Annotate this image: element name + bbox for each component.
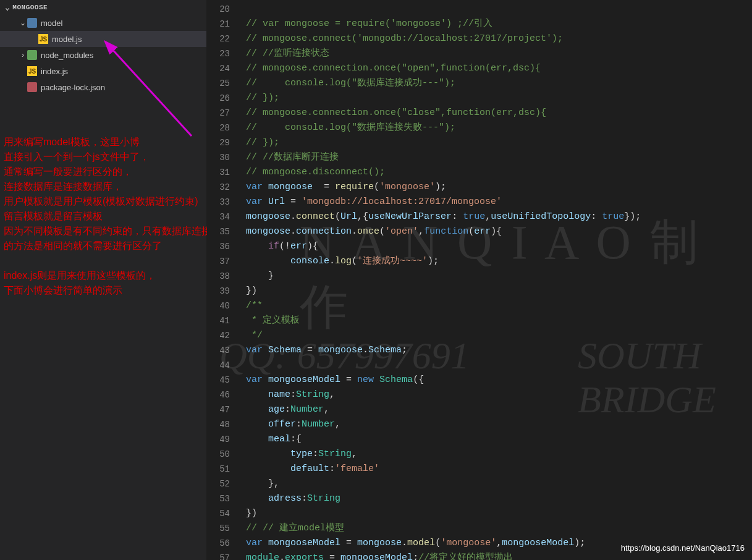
line-number: 23: [207, 46, 230, 61]
line-number: 25: [207, 76, 230, 91]
line-number: 30: [207, 150, 230, 165]
code-line[interactable]: var Schema = mongoose.Schema;: [246, 343, 752, 358]
code-line[interactable]: offer:Number,: [246, 417, 752, 432]
code-line[interactable]: if(!err){: [246, 239, 752, 254]
code-line[interactable]: // var mongoose = require('mongoose') ;/…: [246, 17, 752, 32]
code-line[interactable]: meal:{: [246, 432, 752, 447]
code-line[interactable]: mongoose.connect(Url,{useNewUrlParser: t…: [246, 210, 752, 224]
line-number: 31: [207, 165, 230, 180]
code-line[interactable]: // mongoose.connect('mongodb://localhost…: [246, 32, 752, 46]
code-line[interactable]: var mongoose = require('mongoose');: [246, 180, 752, 195]
line-number: 41: [207, 313, 230, 328]
tree-item-model[interactable]: ⌄model: [0, 15, 206, 31]
tree-item-label: model: [41, 19, 62, 28]
tree-item-model-js[interactable]: JSmodel.js: [0, 31, 206, 47]
line-number: 33: [207, 195, 230, 210]
code-line[interactable]: }): [246, 284, 752, 299]
tree-item-package-lock-json[interactable]: package-lock.json: [0, 79, 206, 95]
json-file-icon: [27, 82, 37, 92]
line-number: 22: [207, 32, 230, 46]
line-number: 32: [207, 180, 230, 195]
code-line[interactable]: */: [246, 328, 752, 343]
tree-item-index-js[interactable]: JSindex.js: [0, 63, 206, 79]
code-line[interactable]: var mongooseModel = new Schema({: [246, 373, 752, 388]
line-number: 34: [207, 210, 230, 224]
line-number: 48: [207, 417, 230, 432]
code-line[interactable]: // // 建立model模型: [246, 521, 752, 536]
line-number: 44: [207, 358, 230, 373]
line-number: 54: [207, 506, 230, 521]
line-number: 36: [207, 239, 230, 254]
code-area[interactable]: // var mongoose = require('mongoose') ;/…: [241, 0, 752, 560]
editor-pane[interactable]: 2021222324252627282930313233343536373839…: [207, 0, 752, 560]
chevron-right-icon: ›: [19, 51, 27, 59]
code-line[interactable]: console.log('连接成功~~~~');: [246, 254, 752, 269]
tree-item-node-modules[interactable]: ›node_modules: [0, 47, 206, 63]
code-line[interactable]: },: [246, 477, 752, 491]
code-line[interactable]: }: [246, 269, 752, 284]
code-line[interactable]: // mongoose.connection.once("open",funct…: [246, 61, 752, 76]
line-number: 45: [207, 373, 230, 388]
line-number: 27: [207, 106, 230, 121]
line-number: 38: [207, 269, 230, 284]
line-number: 47: [207, 402, 230, 417]
code-line[interactable]: // //数据库断开连接: [246, 150, 752, 165]
line-number: 37: [207, 254, 230, 269]
code-line[interactable]: [246, 2, 752, 17]
code-line[interactable]: // console.log("数据库连接成功---");: [246, 76, 752, 91]
tree-item-label: model.js: [52, 35, 82, 44]
line-number: 29: [207, 135, 230, 150]
line-number: 39: [207, 284, 230, 299]
code-line[interactable]: * 定义模板: [246, 313, 752, 328]
js-file-icon: JS: [27, 66, 37, 76]
code-line[interactable]: var Url = 'mongodb://localhost:27017/mon…: [246, 195, 752, 210]
line-number: 28: [207, 121, 230, 135]
line-number: 43: [207, 343, 230, 358]
chevron-down-icon: ⌄: [19, 19, 27, 27]
line-number: 21: [207, 17, 230, 32]
tree-item-label: package-lock.json: [41, 83, 105, 92]
code-line[interactable]: // mongoose.disconnect();: [246, 165, 752, 180]
explorer-root-header[interactable]: ⌄ MONGOOSE: [0, 0, 206, 15]
chevron-down-icon: ⌄: [5, 2, 10, 12]
line-number: 26: [207, 91, 230, 106]
line-number: 52: [207, 477, 230, 491]
node-modules-icon: [27, 50, 37, 60]
line-number: 51: [207, 462, 230, 477]
code-line[interactable]: default:'female': [246, 462, 752, 477]
code-line[interactable]: [246, 358, 752, 373]
code-line[interactable]: // });: [246, 135, 752, 150]
code-line[interactable]: mongoose.connection.once('open',function…: [246, 224, 752, 239]
code-line[interactable]: adress:String: [246, 491, 752, 506]
line-number: 55: [207, 521, 230, 536]
line-number: 42: [207, 328, 230, 343]
code-line[interactable]: name:String,: [246, 388, 752, 402]
tree-item-label: node_modules: [41, 51, 93, 60]
code-line[interactable]: /**: [246, 299, 752, 313]
line-number: 57: [207, 551, 230, 560]
code-line[interactable]: // //监听连接状态: [246, 46, 752, 61]
js-file-icon: JS: [38, 34, 48, 44]
line-number: 56: [207, 536, 230, 551]
code-line[interactable]: // });: [246, 91, 752, 106]
line-number-gutter: 2021222324252627282930313233343536373839…: [207, 0, 241, 560]
line-number: 24: [207, 61, 230, 76]
code-line[interactable]: age:Number,: [246, 402, 752, 417]
explorer-sidebar: ⌄ MONGOOSE ⌄modelJSmodel.js›node_modules…: [0, 0, 207, 560]
folder-icon: [27, 18, 37, 28]
line-number: 50: [207, 447, 230, 462]
explorer-root-label: MONGOOSE: [12, 4, 48, 11]
source-link: https://blog.csdn.net/NanQiao1716: [621, 543, 745, 553]
line-number: 20: [207, 2, 230, 17]
file-tree: ⌄modelJSmodel.js›node_modulesJSindex.jsp…: [0, 15, 206, 95]
line-number: 40: [207, 299, 230, 313]
code-line[interactable]: }): [246, 506, 752, 521]
line-number: 49: [207, 432, 230, 447]
line-number: 35: [207, 224, 230, 239]
tree-item-label: index.js: [41, 67, 68, 76]
line-number: 53: [207, 491, 230, 506]
code-line[interactable]: // mongoose.connection.once("close",func…: [246, 106, 752, 121]
code-line[interactable]: // console.log("数据库连接失败---");: [246, 121, 752, 135]
code-line[interactable]: type:String,: [246, 447, 752, 462]
line-number: 46: [207, 388, 230, 402]
